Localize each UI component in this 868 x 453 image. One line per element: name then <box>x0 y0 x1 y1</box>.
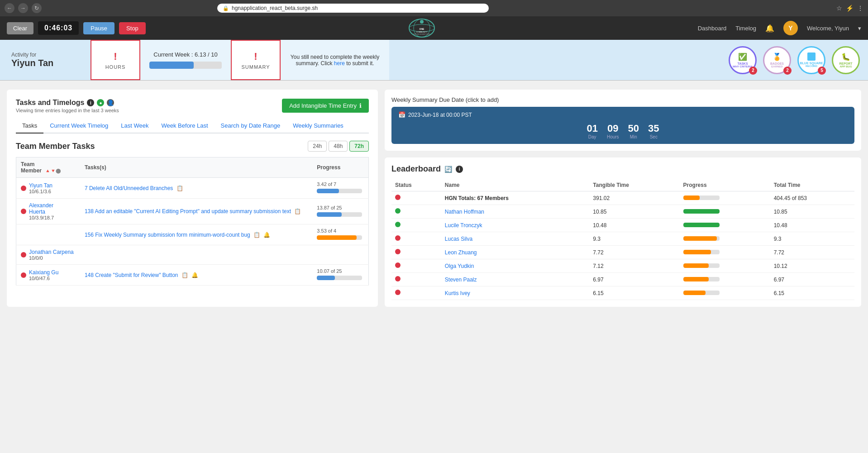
progress-cell-1: 3.42 of 7 <box>312 178 368 199</box>
add-intangible-button[interactable]: Add Intangible Time Entry ℹ <box>282 99 369 113</box>
copy-icon-5[interactable]: 📋 <box>181 272 188 278</box>
lb-tangible-3: 10.48 <box>589 219 679 232</box>
extensions-button[interactable]: ⚡ <box>846 5 854 12</box>
member-link-2[interactable]: AlexanderHuerta <box>29 202 53 215</box>
badge-blue-square[interactable]: BLUE SQUARE RECORD 5 <box>796 45 827 76</box>
stop-button[interactable]: Stop <box>119 22 146 34</box>
tab-last-week[interactable]: Last Week <box>114 119 155 134</box>
leaderboard-info-icon[interactable]: i <box>456 166 463 173</box>
timelog-link[interactable]: Timelog <box>735 25 756 32</box>
member-link-1[interactable]: Yiyun Tan <box>29 182 52 189</box>
tab-search-by-date-range[interactable]: Search by Date Range <box>215 119 287 134</box>
lb-name-link-8[interactable]: Kurtis Ivey <box>445 290 470 296</box>
tasks-title-area: Tasks and Timelogs i ● 👤 Viewing time en… <box>16 99 119 113</box>
progress-label-5: 10.07 of 25 <box>317 268 364 274</box>
lb-name-link-5[interactable]: Leon Zhuang <box>445 249 477 256</box>
lb-name-7: Steven Paalz <box>441 273 590 286</box>
time-button-72h[interactable]: 72h <box>349 141 369 152</box>
pause-button[interactable]: Pause <box>83 22 114 34</box>
user-dropdown-arrow[interactable]: ▾ <box>858 25 861 32</box>
mini-progress-2 <box>317 212 362 217</box>
tab-week-before-last[interactable]: Week Before Last <box>155 119 215 134</box>
forward-button[interactable]: → <box>18 3 28 13</box>
hours-label: Hours <box>607 134 619 139</box>
badge-app-bug[interactable]: 🐛 REPORT APP BUG <box>830 45 861 76</box>
lb-name-2: Nathan Hoffman <box>441 205 590 219</box>
dashboard-link[interactable]: Dashboard <box>698 25 727 32</box>
left-panel: Tasks and Timelogs i ● 👤 Viewing time en… <box>7 90 378 307</box>
hours-exclamation: ! <box>114 51 117 62</box>
copy-icon-3[interactable]: 📋 <box>253 232 260 238</box>
mini-progress-fill-1 <box>317 189 339 193</box>
lb-dot-2 <box>395 208 401 214</box>
lb-status-8 <box>391 286 441 300</box>
user-avatar[interactable]: Y <box>783 21 798 35</box>
lb-row: Kurtis Ivey 6.15 6.15 <box>391 286 854 300</box>
refresh-icon[interactable]: 🔄 <box>444 166 452 173</box>
copy-icon-1[interactable]: 📋 <box>176 185 183 191</box>
time-button-48h[interactable]: 48h <box>329 141 348 152</box>
welcome-text[interactable]: Welcome, Yiyun <box>807 25 849 32</box>
copy-icon-2[interactable]: 📋 <box>294 208 301 215</box>
member-link-4[interactable]: Jonathan Carpena <box>29 249 74 255</box>
mini-progress-1 <box>317 189 362 193</box>
lb-tangible-7: 6.97 <box>589 273 679 286</box>
lb-status-5 <box>391 246 441 259</box>
task-link-5[interactable]: 148 Create "Submit for Review" Button <box>85 272 178 278</box>
member-cell-4: Jonathan Carpena 10/0/0 <box>16 245 80 265</box>
lb-name-link-7[interactable]: Steven Paalz <box>445 277 477 283</box>
lb-progress-7 <box>680 273 770 286</box>
progress-cell-3: 3.53 of 4 <box>312 224 368 245</box>
back-button[interactable]: ← <box>5 3 14 13</box>
task-link-2[interactable]: 138 Add an editable "Current AI Editing … <box>85 208 291 215</box>
lb-status-7 <box>391 273 441 286</box>
lb-status-6 <box>391 259 441 273</box>
blue-square-badge-count: 5 <box>818 67 826 75</box>
lb-name-link-3[interactable]: Lucile Tronczyk <box>445 222 482 229</box>
lb-col-tangible: Tangible Time <box>589 179 679 191</box>
task-link-1[interactable]: 7 Delete All Old/Unneeded Branches <box>85 185 173 191</box>
tasks-title-text: Tasks and Timelogs <box>16 99 84 107</box>
task-link-3[interactable]: 156 Fix Weekly Summary submission form m… <box>85 232 250 238</box>
lb-tangible-4: 9.3 <box>589 232 679 246</box>
notification-bell[interactable]: 🔔 <box>765 24 774 33</box>
activity-banner: Activity for Yiyun Tan ! HOURS Current W… <box>0 40 868 81</box>
info-icon-dark[interactable]: i <box>87 99 94 106</box>
lb-row: Olga Yudkin 7.12 10.12 <box>391 259 854 273</box>
countdown-hours: 09 Hours <box>607 123 619 139</box>
lb-name-link-6[interactable]: Olga Yudkin <box>445 263 474 269</box>
info-icon-green[interactable]: ● <box>97 99 104 106</box>
person-icon[interactable]: 👤 <box>107 99 114 106</box>
app-bug-badge-circle: 🐛 REPORT APP BUG <box>832 46 860 74</box>
badge-tasks[interactable]: ✅ TASKS WHY CRITERIA 2 <box>727 45 758 76</box>
member-link-5[interactable]: Kaixiang Gu <box>29 269 58 276</box>
task-cell-1: 7 Delete All Old/Unneeded Branches 📋 <box>80 178 312 199</box>
col-tasks: Tasks(s) <box>80 157 312 178</box>
lb-dot-8 <box>395 290 401 295</box>
bookmark-button[interactable]: ☆ <box>836 5 842 12</box>
lb-name-1: HGN Totals: 67 Members <box>441 191 590 205</box>
activity-info: Activity for Yiyun Tan <box>0 40 91 80</box>
member-stats-4: 10/0/0 <box>29 255 74 261</box>
sec-value: 35 <box>648 123 659 134</box>
tab-weekly-summaries[interactable]: Weekly Summaries <box>286 119 350 134</box>
time-buttons: 24h 48h 72h <box>308 141 369 152</box>
url-bar[interactable]: 🔒 hgnapplication_react_beta.surge.sh <box>217 4 489 13</box>
lb-name-link-2[interactable]: Nathan Hoffman <box>445 209 484 215</box>
submit-here-link[interactable]: here <box>334 60 345 67</box>
lb-row: Lucas Silva 9.3 9.3 <box>391 232 854 246</box>
member-stats-2: 10/3.9/18.7 <box>29 215 54 220</box>
menu-button[interactable]: ⋮ <box>857 5 863 12</box>
clear-button[interactable]: Clear <box>7 22 33 34</box>
lb-progress-5 <box>680 246 770 259</box>
reload-button[interactable]: ↻ <box>32 3 42 13</box>
lb-name-link-4[interactable]: Lucas Silva <box>445 236 472 242</box>
time-button-24h[interactable]: 24h <box>308 141 327 152</box>
warn-icon-5: 🔔 <box>191 272 198 278</box>
lb-tangible-6: 7.12 <box>589 259 679 273</box>
tab-tasks[interactable]: Tasks <box>16 119 43 134</box>
badge-earned[interactable]: 🏅 BADGES EARNED 2 <box>762 45 792 76</box>
weekly-summary-due-title[interactable]: Weekly Summary Due Date (click to add) <box>391 96 854 103</box>
tab-current-week-timelog[interactable]: Current Week Timelog <box>43 119 114 134</box>
logo[interactable]: ONE COMMUNITY FOR THE HIGHEST GOOD <box>406 16 438 40</box>
